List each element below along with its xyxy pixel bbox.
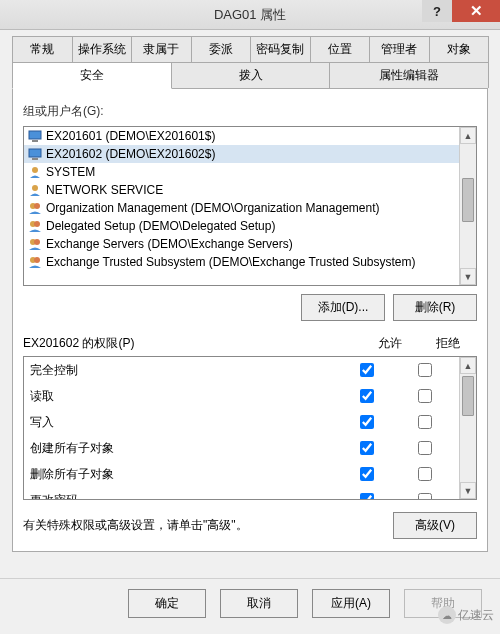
- deny-checkbox[interactable]: [418, 441, 432, 455]
- tab-对象[interactable]: 对象: [429, 36, 490, 62]
- group-icon: [28, 219, 42, 233]
- allow-header: 允许: [361, 335, 419, 352]
- tab-row-2: 安全拨入属性编辑器: [12, 62, 488, 89]
- list-item[interactable]: EX201601 (DEMO\EX201601$): [24, 127, 459, 145]
- svg-rect-3: [32, 158, 38, 160]
- permission-name: 读取: [30, 388, 337, 405]
- svg-point-5: [32, 185, 38, 191]
- list-item[interactable]: Delegated Setup (DEMO\Delegated Setup): [24, 217, 459, 235]
- tab-安全[interactable]: 安全: [12, 62, 172, 89]
- scroll-up-icon[interactable]: ▲: [460, 127, 476, 144]
- permission-name: 删除所有子对象: [30, 466, 337, 483]
- list-item[interactable]: EX201602 (DEMO\EX201602$): [24, 145, 459, 163]
- svg-point-7: [34, 203, 40, 209]
- allow-checkbox[interactable]: [360, 389, 374, 403]
- allow-checkbox[interactable]: [360, 415, 374, 429]
- list-item[interactable]: Exchange Trusted Subsystem (DEMO\Exchang…: [24, 253, 459, 271]
- svg-point-11: [34, 239, 40, 245]
- deny-checkbox[interactable]: [418, 363, 432, 377]
- tab-操作系统[interactable]: 操作系统: [72, 36, 133, 62]
- permissions-listbox[interactable]: 完全控制读取写入创建所有子对象删除所有子对象更改密码另外发送为 ▲ ▼: [23, 356, 477, 500]
- advanced-row: 有关特殊权限或高级设置，请单击"高级"。 高级(V): [23, 512, 477, 539]
- computer-icon: [28, 147, 42, 161]
- ok-button[interactable]: 确定: [128, 589, 206, 618]
- dialog-buttons: 确定 取消 应用(A) 帮助: [0, 578, 500, 634]
- list-item-label: Exchange Servers (DEMO\Exchange Servers): [46, 237, 293, 251]
- user-icon: [28, 165, 42, 179]
- group-icon: [28, 201, 42, 215]
- permission-name: 创建所有子对象: [30, 440, 337, 457]
- svg-rect-0: [29, 131, 41, 139]
- scroll-thumb[interactable]: [462, 376, 474, 416]
- tab-密码复制[interactable]: 密码复制: [250, 36, 311, 62]
- scroll-down-icon[interactable]: ▼: [460, 268, 476, 285]
- svg-rect-2: [29, 149, 41, 157]
- group-users-label: 组或用户名(G):: [23, 103, 477, 120]
- permission-row: 更改密码: [24, 487, 459, 499]
- scroll-down-icon[interactable]: ▼: [460, 482, 476, 499]
- tab-委派[interactable]: 委派: [191, 36, 252, 62]
- permissions-header: EX201602 的权限(P) 允许 拒绝: [23, 335, 477, 352]
- permission-name: 完全控制: [30, 362, 337, 379]
- permissions-scrollbar[interactable]: ▲ ▼: [459, 357, 476, 499]
- advanced-button[interactable]: 高级(V): [393, 512, 477, 539]
- security-panel: 组或用户名(G): EX201601 (DEMO\EX201601$)EX201…: [12, 89, 488, 552]
- cancel-button[interactable]: 取消: [220, 589, 298, 618]
- list-item-label: EX201602 (DEMO\EX201602$): [46, 147, 215, 161]
- permission-row: 读取: [24, 383, 459, 409]
- list-item[interactable]: SYSTEM: [24, 163, 459, 181]
- title-buttons: ? ✕: [422, 0, 500, 22]
- deny-checkbox[interactable]: [418, 467, 432, 481]
- advanced-text: 有关特殊权限或高级设置，请单击"高级"。: [23, 517, 383, 534]
- permission-row: 完全控制: [24, 357, 459, 383]
- svg-point-9: [34, 221, 40, 227]
- allow-checkbox[interactable]: [360, 467, 374, 481]
- deny-checkbox[interactable]: [418, 389, 432, 403]
- group-icon: [28, 237, 42, 251]
- list-item-label: SYSTEM: [46, 165, 95, 179]
- list-item-label: Organization Management (DEMO\Organizati…: [46, 201, 380, 215]
- permission-name: 更改密码: [30, 492, 337, 500]
- add-button[interactable]: 添加(D)...: [301, 294, 385, 321]
- svg-point-4: [32, 167, 38, 173]
- users-listbox[interactable]: EX201601 (DEMO\EX201601$)EX201602 (DEMO\…: [23, 126, 477, 286]
- deny-header: 拒绝: [419, 335, 477, 352]
- allow-checkbox[interactable]: [360, 493, 374, 499]
- computer-icon: [28, 129, 42, 143]
- scroll-up-icon[interactable]: ▲: [460, 357, 476, 374]
- list-item[interactable]: Organization Management (DEMO\Organizati…: [24, 199, 459, 217]
- scroll-track[interactable]: [460, 374, 476, 482]
- scroll-track[interactable]: [460, 144, 476, 268]
- dialog-content: 常规操作系统隶属于委派密码复制位置管理者对象 安全拨入属性编辑器 组或用户名(G…: [0, 30, 500, 552]
- allow-checkbox[interactable]: [360, 363, 374, 377]
- allow-checkbox[interactable]: [360, 441, 374, 455]
- tab-位置[interactable]: 位置: [310, 36, 371, 62]
- list-item-label: NETWORK SERVICE: [46, 183, 163, 197]
- permissions-inner: 完全控制读取写入创建所有子对象删除所有子对象更改密码另外发送为: [24, 357, 459, 499]
- tab-拨入[interactable]: 拨入: [171, 62, 331, 88]
- close-button[interactable]: ✕: [452, 0, 500, 22]
- list-item-label: EX201601 (DEMO\EX201601$): [46, 129, 215, 143]
- help-dialog-button[interactable]: 帮助: [404, 589, 482, 618]
- deny-checkbox[interactable]: [418, 415, 432, 429]
- tab-隶属于[interactable]: 隶属于: [131, 36, 192, 62]
- tab-属性编辑器[interactable]: 属性编辑器: [329, 62, 489, 88]
- group-icon: [28, 255, 42, 269]
- users-scrollbar[interactable]: ▲ ▼: [459, 127, 476, 285]
- deny-checkbox[interactable]: [418, 493, 432, 499]
- tab-常规[interactable]: 常规: [12, 36, 73, 62]
- tab-row-1: 常规操作系统隶属于委派密码复制位置管理者对象: [12, 36, 488, 62]
- user-icon: [28, 183, 42, 197]
- permission-row: 创建所有子对象: [24, 435, 459, 461]
- scroll-thumb[interactable]: [462, 178, 474, 222]
- list-item[interactable]: NETWORK SERVICE: [24, 181, 459, 199]
- list-item-label: Exchange Trusted Subsystem (DEMO\Exchang…: [46, 255, 416, 269]
- tab-管理者[interactable]: 管理者: [369, 36, 430, 62]
- permission-row: 删除所有子对象: [24, 461, 459, 487]
- list-item[interactable]: Exchange Servers (DEMO\Exchange Servers): [24, 235, 459, 253]
- remove-button[interactable]: 删除(R): [393, 294, 477, 321]
- users-list-inner: EX201601 (DEMO\EX201601$)EX201602 (DEMO\…: [24, 127, 459, 285]
- apply-button[interactable]: 应用(A): [312, 589, 390, 618]
- svg-point-13: [34, 257, 40, 263]
- help-button[interactable]: ?: [422, 0, 452, 22]
